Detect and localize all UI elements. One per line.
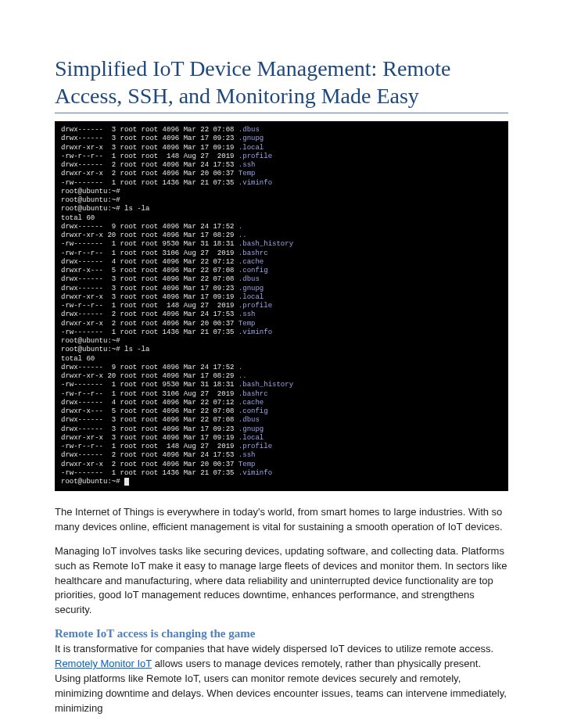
terminal-screenshot: drwx------ 3 root root 4096 Mar 22 07:08… — [55, 121, 508, 491]
paragraph-managing: Managing IoT involves tasks like securin… — [55, 544, 508, 618]
section-heading-remote-access: Remote IoT access is changing the game — [55, 627, 508, 640]
paragraph-remote-access: It is transformative for companies that … — [55, 642, 508, 715]
remotely-monitor-iot-link[interactable]: Remotely Monitor IoT — [55, 658, 152, 669]
text-run: It is transformative for companies that … — [55, 643, 493, 654]
page-title: Simplified IoT Device Management: Remote… — [55, 55, 508, 113]
paragraph-intro: The Internet of Things is everywhere in … — [55, 505, 508, 535]
